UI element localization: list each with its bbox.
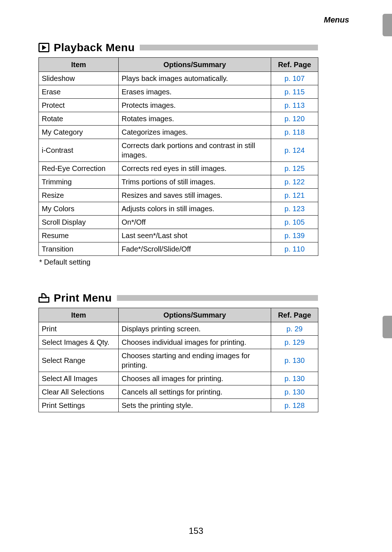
cell-ref: p. 29 (271, 322, 318, 336)
table-row: SlideshowPlays back images automatically… (39, 72, 318, 85)
cell-item: Erase (39, 85, 119, 99)
col-item: Item (39, 308, 119, 322)
cell-summary: Adjusts colors in still images. (119, 202, 271, 216)
table-row: ResizeResizes and saves still images.p. … (39, 189, 318, 202)
cell-item: Print Settings (39, 399, 119, 412)
page-ref-link[interactable]: p. 130 (285, 388, 305, 396)
cell-item: Trimming (39, 175, 119, 189)
cell-ref: p. 129 (271, 336, 318, 349)
page-ref-link[interactable]: p. 107 (285, 74, 305, 82)
cell-item: i-Contrast (39, 139, 119, 162)
cell-summary: Categorizes images. (119, 126, 271, 139)
table-row: TransitionFade*/Scroll/Slide/Offp. 110 (39, 242, 318, 256)
cell-ref: p. 130 (271, 385, 318, 399)
cell-summary: Fade*/Scroll/Slide/Off (119, 242, 271, 256)
cell-summary: Corrects red eyes in still images. (119, 162, 271, 175)
cell-item: Select Images & Qty. (39, 336, 119, 349)
table-row: ResumeLast seen*/Last shotp. 139 (39, 229, 318, 242)
page-ref-link[interactable]: p. 122 (285, 178, 305, 186)
cell-summary: Chooses starting and ending images for p… (119, 349, 271, 372)
table-row: My ColorsAdjusts colors in still images.… (39, 202, 318, 216)
cell-summary: Protects images. (119, 99, 271, 112)
table-row: EraseErases images.p. 115 (39, 85, 318, 99)
table-row: Select Images & Qty.Chooses individual i… (39, 336, 318, 349)
table-row: Select RangeChooses starting and ending … (39, 349, 318, 372)
cell-summary: Chooses all images for printing. (119, 372, 271, 385)
cell-ref: p. 105 (271, 216, 318, 229)
heading-rule (140, 45, 318, 50)
table-row: i-ContrastCorrects dark portions and con… (39, 139, 318, 162)
page-ref-link[interactable]: p. 120 (285, 115, 305, 123)
side-tab (383, 316, 392, 338)
page-ref-link[interactable]: p. 110 (285, 245, 305, 253)
cell-summary: Erases images. (119, 85, 271, 99)
table-row: Clear All SelectionsCancels all settings… (39, 385, 318, 399)
cell-item: Resume (39, 229, 119, 242)
cell-summary: Resizes and saves still images. (119, 189, 271, 202)
page-ref-link[interactable]: p. 118 (285, 128, 305, 136)
cell-summary: Chooses individual images for printing. (119, 336, 271, 349)
side-tab (383, 14, 392, 36)
cell-item: Resize (39, 189, 119, 202)
cell-ref: p. 110 (271, 242, 318, 256)
cell-ref: p. 120 (271, 112, 318, 126)
cell-ref: p. 113 (271, 99, 318, 112)
page-ref-link[interactable]: p. 139 (285, 232, 305, 240)
page-ref-link[interactable]: p. 29 (286, 325, 302, 333)
cell-item: Select Range (39, 349, 119, 372)
cell-summary: Cancels all settings for printing. (119, 385, 271, 399)
cell-item: Red-Eye Correction (39, 162, 119, 175)
cell-ref: p. 128 (271, 399, 318, 412)
playback-title: Playback Menu (54, 41, 135, 54)
table-row: Select All ImagesChooses all images for … (39, 372, 318, 385)
playback-menu-heading: Playback Menu (38, 41, 318, 54)
cell-ref: p. 121 (271, 189, 318, 202)
page-ref-link[interactable]: p. 128 (285, 401, 305, 409)
cell-ref: p. 139 (271, 229, 318, 242)
page-ref-link[interactable]: p. 121 (285, 191, 305, 199)
cell-summary: Corrects dark portions and contrast in s… (119, 139, 271, 162)
cell-ref: p. 125 (271, 162, 318, 175)
cell-item: Slideshow (39, 72, 119, 85)
table-row: PrintDisplays printing screen.p. 29 (39, 322, 318, 336)
table-row: RotateRotates images.p. 120 (39, 112, 318, 126)
default-setting-footnote: * Default setting (39, 258, 351, 266)
cell-item: My Category (39, 126, 119, 139)
cell-item: Transition (39, 242, 119, 256)
cell-item: Protect (39, 99, 119, 112)
page-ref-link[interactable]: p. 115 (285, 88, 305, 96)
col-options: Options/Summary (119, 58, 271, 72)
col-options: Options/Summary (119, 308, 271, 322)
cell-item: Print (39, 322, 119, 336)
playback-icon (38, 43, 49, 52)
section-breadcrumb: Menus (38, 15, 351, 25)
table-row: Print SettingsSets the printing style.p.… (39, 399, 318, 412)
playback-table: Item Options/Summary Ref. Page Slideshow… (38, 57, 318, 256)
cell-summary: Trims portions of still images. (119, 175, 271, 189)
page-ref-link[interactable]: p. 105 (285, 218, 305, 226)
page-ref-link[interactable]: p. 130 (285, 375, 305, 383)
print-menu-heading: Print Menu (38, 292, 318, 304)
page-ref-link[interactable]: p. 123 (285, 205, 305, 213)
page-ref-link[interactable]: p. 130 (285, 356, 305, 364)
table-row: My CategoryCategorizes images.p. 118 (39, 126, 318, 139)
page-ref-link[interactable]: p. 124 (285, 146, 305, 154)
cell-summary: On*/Off (119, 216, 271, 229)
cell-summary: Plays back images automatically. (119, 72, 271, 85)
cell-ref: p. 130 (271, 349, 318, 372)
page-number: 153 (189, 526, 203, 536)
page-ref-link[interactable]: p. 129 (285, 338, 305, 346)
cell-ref: p. 123 (271, 202, 318, 216)
cell-summary: Rotates images. (119, 112, 271, 126)
cell-ref: p. 118 (271, 126, 318, 139)
page-ref-link[interactable]: p. 113 (285, 101, 305, 109)
cell-summary: Sets the printing style. (119, 399, 271, 412)
print-icon (38, 293, 49, 303)
table-row: Red-Eye CorrectionCorrects red eyes in s… (39, 162, 318, 175)
cell-summary: Displays printing screen. (119, 322, 271, 336)
table-row: TrimmingTrims portions of still images.p… (39, 175, 318, 189)
heading-rule (117, 295, 318, 301)
cell-summary: Last seen*/Last shot (119, 229, 271, 242)
page-ref-link[interactable]: p. 125 (285, 164, 305, 172)
table-row: Scroll DisplayOn*/Offp. 105 (39, 216, 318, 229)
